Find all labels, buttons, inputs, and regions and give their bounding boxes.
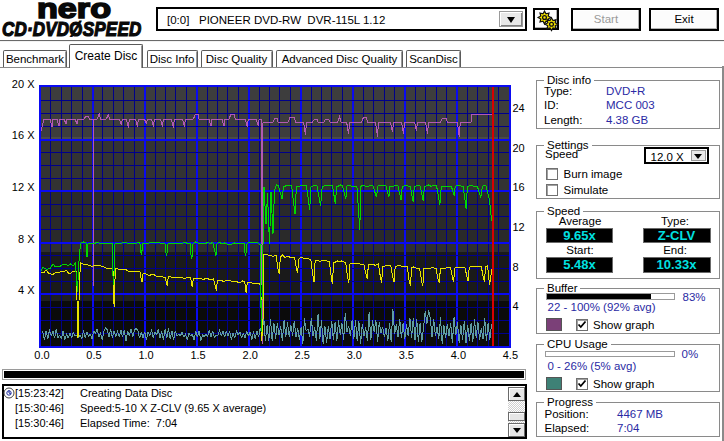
svg-text:12 X: 12 X bbox=[12, 181, 35, 193]
svg-text:8 X: 8 X bbox=[18, 233, 35, 245]
svg-text:12: 12 bbox=[513, 221, 525, 233]
svg-text:16 X: 16 X bbox=[12, 129, 35, 141]
svg-text:4.0: 4.0 bbox=[451, 349, 466, 361]
svg-text:4: 4 bbox=[513, 300, 519, 312]
svg-text:3.5: 3.5 bbox=[399, 349, 414, 361]
svg-text:20: 20 bbox=[513, 142, 525, 154]
svg-text:0.5: 0.5 bbox=[86, 349, 101, 361]
svg-text:20 X: 20 X bbox=[12, 78, 35, 90]
svg-text:1.0: 1.0 bbox=[138, 349, 153, 361]
svg-text:2.5: 2.5 bbox=[295, 349, 310, 361]
svg-text:4 X: 4 X bbox=[18, 284, 35, 296]
svg-text:1.5: 1.5 bbox=[190, 349, 205, 361]
svg-text:24: 24 bbox=[513, 102, 525, 114]
svg-text:3.0: 3.0 bbox=[347, 349, 362, 361]
svg-text:0.0: 0.0 bbox=[34, 349, 49, 361]
svg-text:2.0: 2.0 bbox=[243, 349, 258, 361]
svg-text:4.5: 4.5 bbox=[503, 349, 518, 361]
svg-text:16: 16 bbox=[513, 181, 525, 193]
svg-text:8: 8 bbox=[513, 261, 519, 273]
